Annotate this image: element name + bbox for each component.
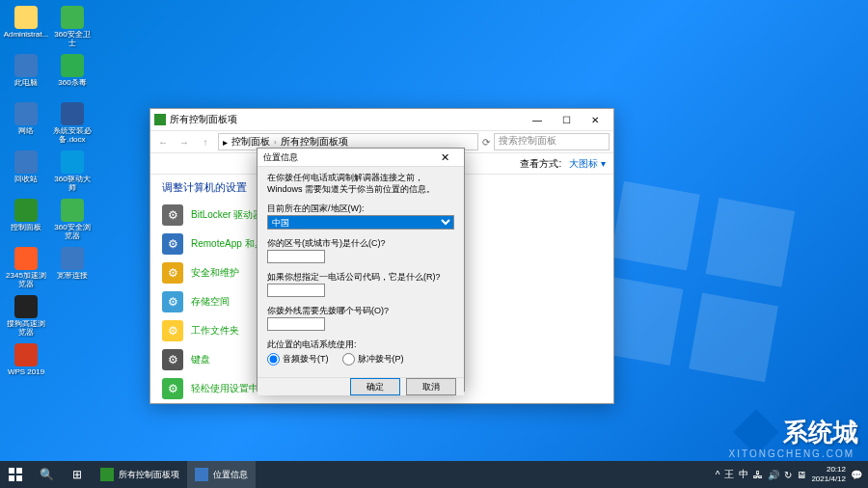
item-label: 键盘 — [191, 353, 210, 366]
icon-label: 系统安装必备.docx — [52, 127, 93, 145]
desktop-icon[interactable]: 360驱动大师 — [50, 149, 95, 195]
icon-label: 搜狗高速浏览器 — [6, 320, 46, 338]
item-icon: ⚙ — [162, 262, 183, 284]
task-icon — [195, 468, 208, 481]
tray-network-icon[interactable]: 🖧 — [753, 470, 763, 480]
app-icon — [61, 102, 84, 125]
desktop-icon[interactable]: 2345加速浏览器 — [4, 245, 48, 291]
item-icon: ⚙ — [162, 378, 183, 399]
control-panel-icon — [154, 114, 166, 125]
task-icon — [100, 468, 114, 481]
tray-app-icon[interactable]: 王 — [724, 468, 734, 481]
country-select[interactable]: 中国 — [267, 215, 454, 230]
carrier-code-input[interactable] — [267, 284, 325, 297]
desktop-icon[interactable]: 宽带连接 — [50, 245, 95, 291]
country-label: 目前所在的国家/地区(W): — [267, 203, 454, 215]
app-icon — [14, 6, 38, 29]
wallpaper-windows-logo — [594, 181, 796, 383]
breadcrumb-sep: › — [274, 138, 277, 147]
app-icon — [14, 102, 38, 125]
dialog-intro-text: 在你拨任何电话或调制解调器连接之前，Windows 需要知道关于你当前位置的信息… — [267, 173, 454, 195]
back-button[interactable]: ← — [154, 133, 172, 150]
search-input[interactable]: 搜索控制面板 — [494, 133, 610, 150]
refresh-icon[interactable]: ⟳ — [482, 137, 490, 148]
tone-dial-radio[interactable]: 音频拨号(T) — [267, 353, 329, 366]
carrier-code-label: 如果你想指定一电话公司代码，它是什么(R)? — [267, 271, 454, 284]
app-icon — [61, 199, 84, 222]
desktop-icon[interactable]: 系统安装必备.docx — [50, 100, 95, 147]
desktop-icon[interactable]: Administrat... — [4, 4, 48, 50]
window-titlebar[interactable]: 所有控制面板项 — ☐ ✕ — [150, 109, 613, 130]
ok-button[interactable]: 确定 — [350, 378, 400, 395]
forward-button[interactable]: → — [176, 133, 193, 150]
maximize-button[interactable]: ☐ — [552, 110, 581, 129]
system-tray: ^ 王 中 🖧 🔊 ↻ 🖥 20:12 2021/4/12 💬 — [710, 465, 868, 483]
windows-icon — [9, 468, 22, 481]
item-label: 存储空间 — [191, 295, 230, 309]
dialog-close-button[interactable]: ✕ — [431, 149, 458, 166]
watermark-url: XITONGCHENG.COM — [729, 448, 854, 459]
icon-label: 网络 — [18, 127, 34, 136]
desktop-icon[interactable]: WPS 2019 — [4, 341, 48, 388]
area-code-input[interactable] — [267, 250, 325, 263]
svg-rect-0 — [9, 468, 14, 474]
svg-rect-3 — [16, 475, 22, 481]
pulse-dial-radio[interactable]: 脉冲拨号(P) — [342, 353, 404, 366]
watermark: 系统城 — [735, 411, 858, 453]
icon-label: Administrat... — [4, 31, 49, 40]
search-icon[interactable]: 🔍 — [31, 461, 62, 488]
breadcrumb-item[interactable]: 所有控制面板项 — [281, 135, 348, 149]
minimize-button[interactable]: — — [523, 110, 552, 129]
desktop-icon[interactable]: 360安全浏览器 — [50, 197, 95, 243]
task-label: 所有控制面板项 — [119, 469, 179, 481]
area-code-label: 你的区号(或城市号)是什么(C)? — [267, 237, 454, 250]
app-icon — [14, 54, 38, 77]
desktop-icon[interactable]: 回收站 — [4, 149, 48, 195]
tray-volume-icon[interactable]: 🔊 — [768, 470, 779, 480]
tray-sync-icon[interactable]: ↻ — [784, 470, 792, 480]
dialog-titlebar[interactable]: 位置信息 ✕ — [258, 149, 464, 167]
dial-type-label: 此位置的电话系统使用: — [267, 339, 454, 351]
desktop-icon[interactable]: 360安全卫士 — [50, 4, 95, 50]
location-dialog: 位置信息 ✕ 在你拨任何电话或调制解调器连接之前，Windows 需要知道关于你… — [257, 148, 465, 392]
close-button[interactable]: ✕ — [581, 110, 610, 129]
outside-line-input[interactable] — [267, 317, 325, 331]
app-icon — [14, 343, 38, 366]
item-label: 安全和维护 — [191, 266, 239, 280]
taskbar-task[interactable]: 所有控制面板项 — [93, 461, 187, 488]
cancel-button[interactable]: 取消 — [406, 378, 456, 395]
desktop-icons: Administrat...360安全卫士此电脑360杀毒网络系统安装必备.do… — [4, 4, 95, 388]
breadcrumb-item[interactable]: 控制面板 — [231, 135, 270, 149]
tray-monitor-icon[interactable]: 🖥 — [797, 470, 806, 480]
tray-ime-icon[interactable]: 中 — [739, 468, 748, 481]
outside-line-label: 你拨外线需要先拨哪个号码(O)? — [267, 305, 454, 317]
item-label: 工作文件夹 — [191, 324, 239, 338]
watermark-logo-icon — [735, 411, 777, 453]
item-icon: ⚙ — [162, 204, 183, 226]
icon-label: 360驱动大师 — [52, 176, 93, 193]
desktop-icon[interactable]: 控制面板 — [4, 197, 48, 243]
start-button[interactable] — [0, 461, 31, 488]
icon-label: 此电脑 — [14, 79, 38, 88]
icon-label: WPS 2019 — [8, 368, 44, 377]
view-mode-dropdown[interactable]: 大图标 ▾ — [569, 157, 606, 171]
item-icon: ⚙ — [162, 320, 183, 341]
icon-label: 回收站 — [14, 176, 38, 184]
icon-label: 宽带连接 — [57, 272, 88, 281]
icon-label: 360安全浏览器 — [52, 224, 93, 241]
notifications-icon[interactable]: 💬 — [851, 470, 862, 480]
task-label: 位置信息 — [213, 469, 248, 481]
app-icon — [61, 54, 84, 77]
desktop-icon[interactable]: 此电脑 — [4, 52, 48, 98]
item-icon: ⚙ — [162, 349, 183, 370]
taskbar-clock[interactable]: 20:12 2021/4/12 — [811, 465, 846, 483]
tray-overflow-icon[interactable]: ^ — [716, 470, 720, 480]
desktop-icon[interactable]: 360杀毒 — [50, 52, 95, 98]
dialog-title: 位置信息 — [263, 151, 298, 164]
up-button[interactable]: ↑ — [197, 133, 214, 150]
taskbar-task[interactable]: 位置信息 — [187, 461, 256, 488]
desktop-icon[interactable]: 网络 — [4, 100, 48, 147]
item-icon: ⚙ — [162, 291, 183, 312]
desktop-icon[interactable]: 搜狗高速浏览器 — [4, 293, 48, 339]
task-view-icon[interactable]: ⊞ — [62, 461, 93, 488]
